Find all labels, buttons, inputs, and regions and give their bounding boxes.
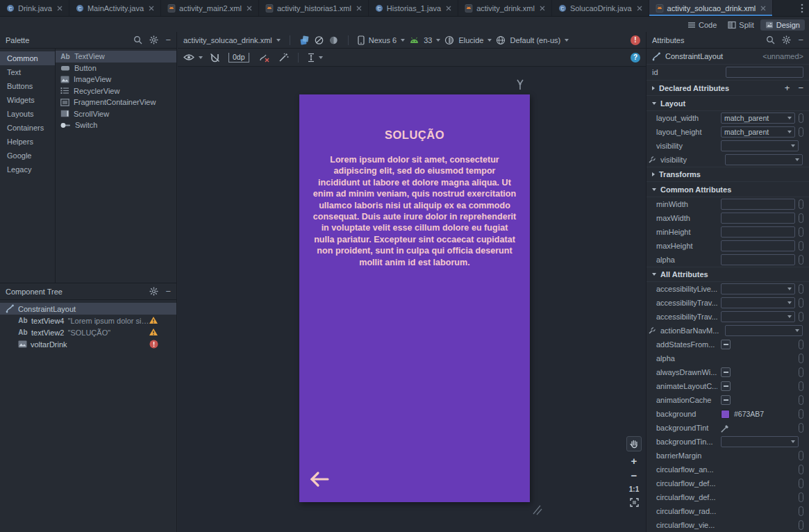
api-selector[interactable]: 33 xyxy=(424,36,432,44)
palette-category-text[interactable]: Text xyxy=(0,65,55,79)
attribute-dropdown[interactable] xyxy=(725,154,803,165)
close-icon[interactable] xyxy=(540,6,545,11)
editor-tab[interactable]: CDrink.java xyxy=(0,0,69,16)
favorite-toggle-icon[interactable] xyxy=(799,113,803,123)
design-surface-icon[interactable] xyxy=(299,35,310,45)
palette-category-widgets[interactable]: Widgets xyxy=(0,93,55,107)
palette-item-fragmentcontainerview[interactable]: FragmentContainerView xyxy=(56,97,176,108)
all-attributes-section[interactable]: All Attributes xyxy=(647,267,809,282)
favorite-toggle-icon[interactable] xyxy=(799,213,803,223)
id-input[interactable] xyxy=(726,67,803,78)
zoom-out-button[interactable]: − xyxy=(631,471,637,481)
attribute-toggle[interactable] xyxy=(721,395,731,405)
color-swatch[interactable] xyxy=(721,410,730,419)
editor-tab[interactable]: CSolucaoDrink.java xyxy=(552,0,649,16)
device-selector[interactable]: Nexus 6 xyxy=(369,36,397,44)
design-canvas[interactable]: SOLUÇÃO Lorem ipsum dolor sit amet, cons… xyxy=(178,67,646,532)
attribute-toggle[interactable] xyxy=(721,381,731,391)
close-icon[interactable] xyxy=(57,6,62,11)
help-icon[interactable]: ? xyxy=(631,53,640,63)
palette-category-buttons[interactable]: Buttons xyxy=(0,79,55,93)
transforms-section[interactable]: Transforms xyxy=(647,167,809,182)
favorite-toggle-icon[interactable] xyxy=(799,284,803,294)
favorite-toggle-icon[interactable] xyxy=(799,298,803,308)
tree-item-constraintlayout[interactable]: ConstraintLayout xyxy=(0,303,176,315)
palette-item-button[interactable]: Button xyxy=(56,63,176,74)
view-options-icon[interactable] xyxy=(183,53,194,61)
tree-item-textview2[interactable]: AbtextView2"SOLUÇÃO" xyxy=(0,326,176,338)
favorite-toggle-icon[interactable] xyxy=(799,227,803,237)
layout-section[interactable]: Layout xyxy=(647,96,809,111)
locale-selector[interactable]: Default (en-us) xyxy=(510,36,560,44)
gear-icon[interactable] xyxy=(149,287,158,296)
close-icon[interactable] xyxy=(356,6,362,11)
default-margins-selector[interactable]: 0dp xyxy=(228,53,249,63)
screen-body-textview[interactable]: Lorem ipsum dolor sit amet, consectetur … xyxy=(312,154,517,268)
close-icon[interactable] xyxy=(247,6,252,11)
palette-category-containers[interactable]: Containers xyxy=(0,121,55,135)
favorite-toggle-icon[interactable] xyxy=(799,451,803,460)
editor-tab[interactable]: activity_main2.xml xyxy=(161,0,259,16)
favorite-toggle-icon[interactable] xyxy=(799,241,803,251)
attribute-dropdown[interactable] xyxy=(721,311,795,322)
hide-panel-icon[interactable]: − xyxy=(165,286,171,297)
common-attributes-section[interactable]: Common Attributes xyxy=(647,182,809,197)
palette-item-recyclerview[interactable]: RecyclerView xyxy=(56,85,176,97)
hidden-tabs-icon[interactable] xyxy=(795,0,809,16)
mode-split[interactable]: Split xyxy=(723,19,758,31)
attribute-input[interactable] xyxy=(721,199,795,210)
favorite-toggle-icon[interactable] xyxy=(799,367,803,377)
mode-code[interactable]: Code xyxy=(683,19,722,31)
attribute-toggle[interactable] xyxy=(721,340,731,349)
favorite-toggle-icon[interactable] xyxy=(799,520,803,530)
attribute-input[interactable] xyxy=(721,240,795,251)
pan-hand-icon[interactable] xyxy=(626,436,642,451)
editor-tab[interactable]: CMainActivity.java xyxy=(69,0,161,16)
favorite-toggle-icon[interactable] xyxy=(799,312,803,322)
favorite-toggle-icon[interactable] xyxy=(799,255,803,265)
search-icon[interactable] xyxy=(766,35,775,44)
editor-tab[interactable]: activity_historias1.xml xyxy=(259,0,369,16)
editor-tab[interactable]: activity_drink.xml xyxy=(458,0,552,16)
mode-design[interactable]: Design xyxy=(760,19,805,31)
favorite-toggle-icon[interactable] xyxy=(799,409,803,419)
favorite-toggle-icon[interactable] xyxy=(799,492,803,502)
resize-handle-icon[interactable] xyxy=(531,504,543,515)
palette-category-legacy[interactable]: Legacy xyxy=(0,163,55,176)
tree-item-voltardrink[interactable]: voltarDrink xyxy=(0,338,176,350)
attribute-dropdown[interactable] xyxy=(725,325,803,336)
attribute-input[interactable] xyxy=(721,213,795,224)
gear-icon[interactable] xyxy=(782,35,791,44)
declared-attributes-section[interactable]: Declared Attributes + − xyxy=(647,81,809,96)
favorite-toggle-icon[interactable] xyxy=(799,465,803,474)
palette-item-imageview[interactable]: ImageView xyxy=(56,74,176,85)
attribute-input[interactable] xyxy=(721,226,795,238)
favorite-toggle-icon[interactable] xyxy=(799,127,803,137)
issues-badge[interactable]: ! xyxy=(631,35,640,45)
palette-item-textview[interactable]: AbTextView xyxy=(56,51,176,63)
palette-category-common[interactable]: Common xyxy=(0,51,55,65)
zoom-in-button[interactable]: + xyxy=(631,456,637,466)
favorite-toggle-icon[interactable] xyxy=(799,199,803,209)
add-attribute-button[interactable]: + xyxy=(785,83,790,93)
screen-title-textview[interactable]: SOLUÇÃO xyxy=(299,128,530,142)
attribute-dropdown[interactable] xyxy=(721,297,795,308)
attribute-toggle[interactable] xyxy=(721,367,731,377)
close-icon[interactable] xyxy=(637,6,642,11)
hide-panel-icon[interactable]: − xyxy=(798,35,803,45)
attribute-dropdown[interactable] xyxy=(721,140,799,151)
autoconnect-off-icon[interactable] xyxy=(210,53,220,63)
attribute-input[interactable] xyxy=(721,254,795,265)
close-icon[interactable] xyxy=(446,6,451,11)
zoom-to-fit-icon[interactable] xyxy=(630,498,639,507)
gear-icon[interactable] xyxy=(149,35,158,44)
palette-category-helpers[interactable]: Helpers xyxy=(0,135,55,149)
favorite-toggle-icon[interactable] xyxy=(799,381,803,391)
favorite-toggle-icon[interactable] xyxy=(799,340,803,349)
file-selector[interactable]: activity_solucao_drink.xml xyxy=(183,36,272,44)
clear-constraints-icon[interactable] xyxy=(259,53,270,63)
palette-item-switch[interactable]: Switch xyxy=(56,119,176,131)
favorite-toggle-icon[interactable] xyxy=(799,479,803,488)
favorite-toggle-icon[interactable] xyxy=(799,354,803,363)
back-arrow-icon[interactable] xyxy=(309,471,330,488)
